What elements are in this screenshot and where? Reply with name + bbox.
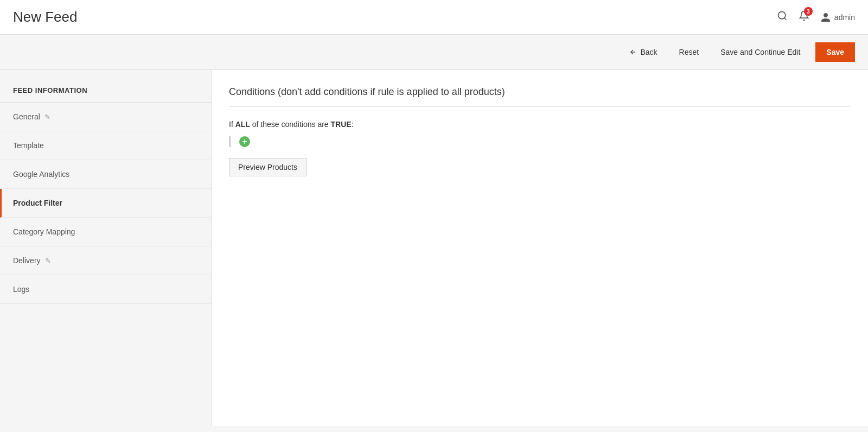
sidebar-item-label: Category Mapping: [13, 227, 75, 236]
sidebar-item-template[interactable]: Template: [0, 131, 211, 160]
search-icon[interactable]: [777, 10, 788, 24]
svg-line-1: [784, 18, 787, 20]
notification-icon[interactable]: 3: [799, 10, 809, 24]
if-label: If: [229, 120, 233, 129]
sidebar-item-logs[interactable]: Logs: [0, 275, 211, 304]
true-keyword: TRUE: [331, 120, 352, 129]
sidebar-item-label: General: [13, 112, 40, 121]
notification-badge: 3: [804, 7, 813, 16]
page-header: New Feed 3 admin: [0, 0, 868, 35]
sidebar-item-google-analytics[interactable]: Google Analytics: [0, 160, 211, 189]
edit-icon: ✎: [44, 113, 50, 121]
sidebar-item-label: Product Filter: [13, 199, 62, 207]
sidebar: FEED INFORMATION General ✎ Template Goog…: [0, 70, 212, 426]
sidebar-section-title: FEED INFORMATION: [0, 75, 211, 103]
conditions-if-text: If ALL of these conditions are TRUE:: [229, 120, 851, 129]
page-title: New Feed: [13, 9, 78, 26]
admin-username: admin: [834, 13, 855, 22]
sidebar-item-label: Delivery: [13, 256, 41, 265]
admin-user[interactable]: admin: [820, 12, 855, 23]
middle-text: of these conditions are: [252, 120, 329, 129]
sidebar-item-product-filter[interactable]: Product Filter: [0, 189, 211, 218]
all-keyword: ALL: [235, 120, 250, 129]
add-condition-button[interactable]: +: [239, 136, 250, 147]
edit-icon: ✎: [45, 257, 51, 265]
sidebar-item-general[interactable]: General ✎: [0, 103, 211, 131]
toolbar: Back Reset Save and Continue Edit Save: [0, 35, 868, 70]
sidebar-item-delivery[interactable]: Delivery ✎: [0, 246, 211, 275]
back-button[interactable]: Back: [623, 43, 663, 61]
header-actions: 3 admin: [777, 10, 855, 24]
save-button[interactable]: Save: [815, 42, 855, 62]
sidebar-item-label: Template: [13, 141, 44, 150]
reset-button[interactable]: Reset: [673, 43, 706, 61]
section-title: Conditions (don't add conditions if rule…: [229, 86, 851, 107]
colon: :: [352, 120, 354, 129]
svg-point-0: [778, 12, 785, 19]
sidebar-item-label: Google Analytics: [13, 170, 69, 179]
sidebar-item-category-mapping[interactable]: Category Mapping: [0, 218, 211, 246]
conditions-block: +: [229, 136, 851, 147]
sidebar-item-label: Logs: [13, 285, 29, 294]
preview-products-button[interactable]: Preview Products: [229, 158, 307, 176]
content-wrapper: FEED INFORMATION General ✎ Template Goog…: [0, 70, 868, 426]
main-content: Conditions (don't add conditions if rule…: [212, 70, 868, 426]
save-continue-button[interactable]: Save and Continue Edit: [714, 43, 807, 61]
